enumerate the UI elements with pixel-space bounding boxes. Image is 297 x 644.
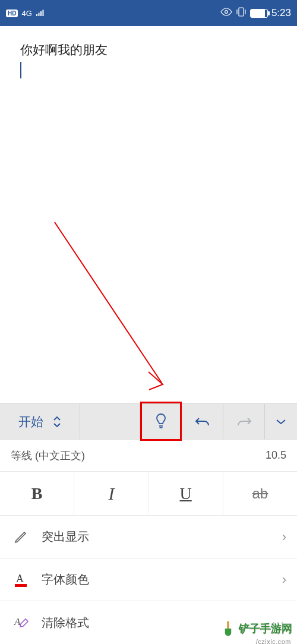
annotation-red-box <box>140 402 182 441</box>
option-highlight-label: 突出显示 <box>42 529 89 545</box>
svg-point-0 <box>225 11 228 14</box>
shovel-icon <box>220 620 236 637</box>
ribbon-toolbar: 开始 <box>0 403 297 439</box>
tab-start[interactable]: 开始 <box>0 404 80 439</box>
font-size: 10.5 <box>266 449 286 462</box>
svg-rect-6 <box>15 584 27 587</box>
svg-line-2 <box>55 222 162 383</box>
watermark-text: 铲子手游网 <box>239 621 292 636</box>
font-selector-row[interactable]: 等线 (中文正文) 10.5 <box>0 439 297 472</box>
battery-icon <box>250 9 268 18</box>
option-clear-format-label: 清除格式 <box>42 615 89 631</box>
format-row: B I U ab <box>0 472 297 516</box>
chevron-right-icon: › <box>282 529 286 545</box>
status-bar: HD 4G 5:23 <box>0 0 297 26</box>
status-left: HD 4G <box>6 7 45 19</box>
option-font-color[interactable]: A 字体颜色 › <box>0 558 297 601</box>
strike-button[interactable]: ab <box>223 472 297 515</box>
font-name: 等线 (中文正文) <box>11 449 85 463</box>
clear-format-icon: A <box>11 614 31 631</box>
svg-text:A: A <box>14 616 21 627</box>
chevron-right-icon: › <box>282 572 286 588</box>
redo-button[interactable] <box>223 404 264 439</box>
annotation-arrow-icon <box>43 216 179 400</box>
option-highlight[interactable]: 突出显示 › <box>0 516 297 558</box>
document-text: 你好啊我的朋友 <box>20 42 277 58</box>
document-area[interactable]: 你好啊我的朋友 <box>0 26 297 403</box>
svg-rect-1 <box>239 8 244 16</box>
svg-text:A: A <box>16 573 24 585</box>
status-right: 5:23 <box>220 7 291 20</box>
underline-button[interactable]: U <box>149 472 223 515</box>
eye-icon <box>220 7 232 19</box>
italic-button[interactable]: I <box>74 472 148 515</box>
bold-button[interactable]: B <box>0 472 74 515</box>
pen-icon <box>11 529 31 545</box>
hd-badge: HD <box>6 10 18 17</box>
text-cursor <box>20 62 21 78</box>
chevron-expand-icon[interactable] <box>53 416 61 427</box>
font-color-icon: A <box>11 572 31 588</box>
network-label: 4G <box>21 9 31 18</box>
clock: 5:23 <box>271 7 291 19</box>
option-font-color-label: 字体颜色 <box>42 572 89 588</box>
watermark: 铲子手游网 <box>220 620 292 637</box>
vibrate-icon <box>236 7 247 20</box>
svg-rect-8 <box>227 621 229 629</box>
collapse-button[interactable] <box>264 404 297 439</box>
undo-button[interactable] <box>181 404 223 439</box>
signal-bars-icon <box>36 7 45 19</box>
tab-start-label: 开始 <box>18 413 43 430</box>
watermark-url: /czjxjc.com <box>256 638 291 644</box>
